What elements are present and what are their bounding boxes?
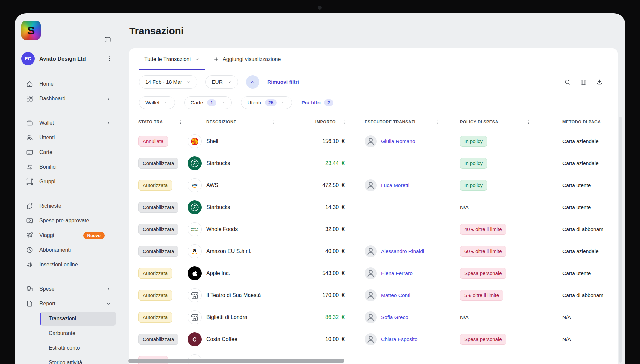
column-menu-icon[interactable]	[271, 120, 276, 125]
sidebar-item-label: Transazioni	[49, 316, 76, 322]
executor-cell: Elena Ferraro	[351, 267, 445, 279]
chevron-right-icon	[106, 96, 111, 102]
column-menu-icon[interactable]	[526, 120, 531, 125]
org-switcher[interactable]: EC Aviato Design Ltd	[21, 52, 116, 65]
download-icon[interactable]	[596, 79, 603, 86]
svg-text:a: a	[193, 247, 196, 254]
status-cell: Annullata	[138, 136, 188, 147]
chevron-down-icon	[164, 100, 169, 105]
cards-filter[interactable]: Carte 1	[184, 96, 232, 109]
table-row[interactable]: AnnullataShell156.10€Giulia RomanoIn pol…	[129, 130, 618, 152]
sidebar-item-richieste[interactable]: Richieste	[21, 199, 116, 213]
person-icon	[365, 135, 377, 147]
sidebar-item-label: Viaggi	[39, 232, 54, 238]
sidebar-item-wallet[interactable]: Wallet	[21, 116, 116, 130]
column-header-importo[interactable]: IMPORTO	[280, 120, 351, 125]
executor-link[interactable]: Alessandro Rinaldi	[381, 248, 424, 254]
collapse-filters-button[interactable]	[246, 75, 259, 89]
sidebar-item-gruppi[interactable]: Gruppi	[21, 174, 116, 189]
sidebar-item-label: Abbonamenti	[39, 247, 71, 253]
add-view-button[interactable]: Aggiungi visualizzazione	[213, 56, 281, 62]
chevron-down-icon	[186, 80, 191, 85]
merchant-name: Whole Foods	[206, 226, 238, 232]
executor-link[interactable]: Matteo Conti	[381, 292, 410, 298]
policy-cell: In policy	[445, 136, 536, 147]
more-filters-link[interactable]: Più filtri 2	[301, 99, 333, 106]
table-row[interactable]: AutorizzataApple Inc.543.00€Elena Ferrar…	[129, 262, 618, 284]
sidebar-item-estratti-conto[interactable]: Estratti conto	[40, 341, 116, 355]
sidebar-item-dashboard[interactable]: Dashboard	[21, 91, 116, 106]
column-header-stato-tra[interactable]: STATO TRA...	[138, 120, 188, 125]
status-badge: Contabilizzata	[138, 158, 178, 169]
cards-filter-label: Carte	[191, 100, 203, 106]
sidebar-item-abbonamenti[interactable]: Abbonamenti	[21, 243, 116, 257]
column-menu-icon[interactable]	[435, 120, 440, 125]
executor-link[interactable]: Elena Ferraro	[381, 270, 413, 276]
status-cell: Contabilizzata	[138, 202, 188, 213]
vertical-scrollbar[interactable]	[619, 117, 622, 363]
sidebar-item-carburante[interactable]: Carburante	[40, 326, 116, 340]
table-row[interactable]: ContabilizzataStarbucks23.44€In policyCa…	[129, 152, 618, 174]
sidebar-item-bonifici[interactable]: Bonifici	[21, 160, 116, 174]
column-menu-icon[interactable]	[178, 120, 183, 125]
dashboard-icon	[26, 95, 33, 102]
column-header-metodo-di-paga[interactable]: METODO DI PAGA	[536, 120, 618, 124]
column-menu-icon[interactable]	[342, 120, 347, 125]
column-header-descrizione[interactable]: DESCRIZIONE	[188, 120, 280, 125]
horizontal-scrollbar[interactable]	[128, 359, 344, 363]
wallet-filter[interactable]: Wallet	[139, 96, 175, 109]
users-filter[interactable]: Utenti 25	[241, 96, 292, 109]
sidebar-item-home[interactable]: Home	[21, 77, 116, 91]
starbucks-logo-icon	[188, 200, 202, 214]
sidebar-item-viaggi[interactable]: ViaggiNuovo	[21, 228, 116, 243]
sidebar-item-report[interactable]: Report	[21, 296, 116, 311]
table-row[interactable]: ContabilizzataWHOLEFOODSWhole Foods32.00…	[129, 218, 618, 240]
payment-method-text: N/A	[562, 336, 571, 342]
payment-method-cell: Carta di abbonam	[536, 226, 618, 232]
sidebar-collapse-button[interactable]	[104, 36, 111, 43]
chevron-down-icon	[195, 57, 200, 62]
table-row[interactable]: ContabilizzataaAmazon EU S.à r.l.40.00€A…	[129, 240, 618, 262]
svg-text:FOODS: FOODS	[191, 229, 198, 231]
policy-badge: In policy	[460, 158, 487, 169]
sidebar-item-spese-pre-approvate[interactable]: Spese pre-approvate	[21, 213, 116, 228]
column-header-policy-di-spesa[interactable]: POLICY DI SPESA	[445, 120, 536, 125]
executor-link[interactable]: Giulia Romano	[381, 138, 415, 144]
date-range-filter[interactable]: 14 Feb - 18 Mar	[139, 75, 197, 89]
sidebar-item-storico-attivit[interactable]: Storico attività	[40, 356, 116, 364]
sidebar-item-transazioni[interactable]: Transazioni	[40, 312, 116, 326]
plus-icon	[213, 56, 219, 62]
org-menu-button[interactable]	[106, 55, 113, 62]
executor-link[interactable]: Luca Moretti	[381, 182, 409, 188]
chevron-down-icon	[106, 301, 111, 307]
executor-link[interactable]: Sofia Greco	[381, 314, 408, 320]
remove-filters-link[interactable]: Rimuovi filtri	[267, 79, 299, 85]
status-badge: Autorizzata	[138, 290, 172, 301]
table-row[interactable]: ContabilizzataCosta Coffee10.00€Chiara E…	[129, 328, 618, 350]
search-icon[interactable]	[564, 79, 571, 86]
sidebar-item-inserzioni-online[interactable]: Inserzioni online	[21, 257, 116, 272]
amount-cell: 543.00€	[280, 270, 351, 276]
camera-dot	[318, 6, 322, 10]
currency-filter[interactable]: EUR	[205, 75, 238, 89]
table-row[interactable]: AutorizzataBiglietti di Londra86.32€Sofi…	[129, 306, 618, 328]
sidebar-item-spese[interactable]: Spese	[21, 282, 116, 296]
columns-icon[interactable]	[580, 79, 587, 86]
payment-method-text: Carta aziendale	[562, 160, 599, 166]
app-logo[interactable]: S	[21, 21, 41, 40]
status-cell: Autorizzata	[138, 312, 188, 323]
merchant-name: Shell	[206, 138, 218, 144]
policy-badge: Spesa personale	[460, 268, 506, 279]
status-badge: Annullata	[138, 136, 168, 147]
sidebar-item-uttenti[interactable]: Uttenti	[21, 130, 116, 145]
tab-all-transactions[interactable]: Tutte le Transazioni	[139, 48, 205, 70]
column-header-esecutore-transazi[interactable]: ESECUTORE TRANSAZI...	[351, 120, 445, 125]
sidebar-item-carte[interactable]: Carte	[21, 145, 116, 160]
table-row[interactable]: ContabilizzataStarbucks14.30€N/ACarta ut…	[129, 196, 618, 218]
column-header-label: IMPORTO	[315, 120, 336, 124]
table-row[interactable]: AutorizzataawsAWS472.50€Luca MorettiIn p…	[129, 174, 618, 196]
sidebar-item-label: Inserzioni online	[39, 262, 78, 268]
table-row[interactable]: AutorizzataIl Teatro di Sua Maestà170.00…	[129, 284, 618, 306]
travel-icon	[26, 232, 33, 239]
executor-link[interactable]: Chiara Esposito	[381, 336, 417, 342]
